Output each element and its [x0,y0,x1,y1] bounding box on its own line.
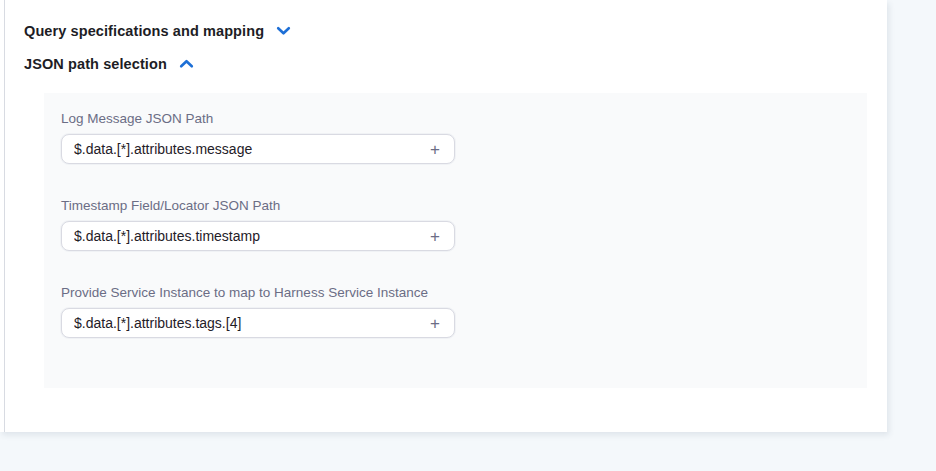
json-path-panel: Log Message JSON Path + Timestamp Field/… [44,93,867,388]
log-message-json-path-input[interactable] [74,141,424,157]
field-label: Log Message JSON Path [61,111,455,126]
section-header-json-path-selection[interactable]: JSON path selection [24,56,194,72]
card-left-divider [4,0,5,432]
content-card: Query specifications and mapping JSON pa… [0,0,887,432]
section-title: Query specifications and mapping [24,23,264,39]
field-service-instance-json-path: Provide Service Instance to map to Harne… [61,285,455,338]
chevron-up-icon[interactable] [179,59,194,69]
section-title: JSON path selection [24,56,167,72]
timestamp-json-path-input[interactable] [74,228,424,244]
section-header-query-specifications[interactable]: Query specifications and mapping [24,23,291,39]
field-label: Timestamp Field/Locator JSON Path [61,198,455,213]
field-timestamp-json-path: Timestamp Field/Locator JSON Path + [61,198,455,251]
field-label: Provide Service Instance to map to Harne… [61,285,455,300]
add-expression-button[interactable]: + [424,313,446,334]
field-log-message-json-path: Log Message JSON Path + [61,111,455,164]
service-instance-json-path-input-wrap: + [61,308,455,338]
chevron-down-icon[interactable] [276,26,291,36]
service-instance-json-path-input[interactable] [74,315,424,331]
timestamp-json-path-input-wrap: + [61,221,455,251]
add-expression-button[interactable]: + [424,226,446,247]
log-message-json-path-input-wrap: + [61,134,455,164]
add-expression-button[interactable]: + [424,139,446,160]
